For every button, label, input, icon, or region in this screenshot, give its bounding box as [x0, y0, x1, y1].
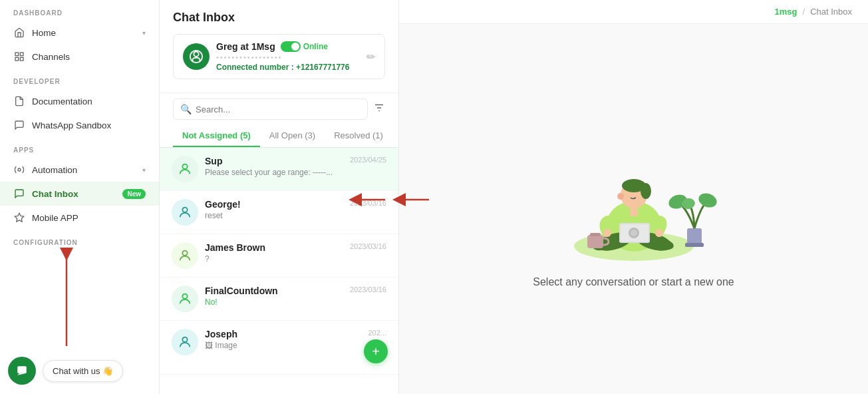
sidebar-item-chat-inbox[interactable]: Chat Inbox New: [0, 182, 159, 206]
svg-point-33: [655, 229, 663, 237]
conv-avatar-sup: [172, 156, 198, 182]
chevron-icon: ▾: [142, 166, 146, 174]
conv-right-final: 2023/03/16: [350, 286, 386, 294]
section-label-apps: APPS: [0, 137, 159, 158]
sidebar-item-label: Channels: [32, 52, 146, 62]
svg-rect-40: [590, 233, 601, 236]
conv-body-final: FinalCountdown No!: [205, 286, 343, 307]
conv-body-sup: Sup Please select your age range: -----.…: [205, 156, 343, 177]
sidebar-item-channels[interactable]: Channels: [0, 45, 159, 69]
sidebar-item-automation[interactable]: Automation ▾: [0, 158, 159, 182]
svg-point-7: [194, 52, 198, 57]
main-header: 1msg / Chat Inbox: [399, 0, 868, 24]
svg-point-12: [182, 164, 187, 169]
agent-connected-number: Connected number : +12167771776: [216, 63, 360, 72]
svg-rect-1: [20, 53, 23, 56]
agent-card: Greg at 1Msg Online ••••••••••••••••• Co…: [173, 34, 385, 79]
conversation-list: Sup Please select your age range: -----.…: [160, 148, 398, 394]
svg-point-32: [603, 229, 611, 237]
agent-number-masked: •••••••••••••••••: [216, 53, 360, 61]
tab-resolved[interactable]: Resolved (1): [325, 125, 392, 147]
conv-avatar-joseph: [172, 329, 198, 355]
chat-with-us-text: Chat with us 👋: [53, 366, 113, 376]
conv-preview-james: ?: [205, 254, 343, 264]
empty-state-illustration: [547, 130, 720, 263]
doc-icon: [13, 95, 25, 107]
svg-rect-35: [685, 243, 704, 247]
empty-state-text: Select any conversation or start a new o…: [533, 276, 734, 288]
new-badge: New: [122, 189, 146, 199]
panel-title: Chat Inbox: [173, 11, 385, 25]
edit-icon[interactable]: ✏: [366, 51, 375, 63]
conv-date-sup: 2023/04/25: [350, 156, 386, 164]
section-label-config: CONFIGURATION: [0, 230, 159, 250]
chevron-icon: ▾: [142, 29, 146, 37]
chat-with-us-pill[interactable]: Chat with us 👋: [43, 360, 123, 382]
search-input[interactable]: [196, 104, 361, 114]
svg-point-30: [617, 193, 624, 200]
online-status-text: Online: [303, 42, 328, 51]
mobile-icon: [13, 212, 25, 224]
tab-not-assigned[interactable]: Not Assigned (5): [173, 125, 260, 147]
svg-rect-6: [17, 366, 27, 373]
sidebar-item-documentation[interactable]: Documentation: [0, 89, 159, 113]
agent-info: Greg at 1Msg Online ••••••••••••••••• Co…: [216, 41, 360, 72]
new-conversation-button[interactable]: +: [364, 339, 388, 363]
breadcrumb-link[interactable]: 1msg: [775, 7, 797, 17]
conv-preview-final: No!: [205, 297, 343, 307]
conv-date-joseph: 202...: [368, 329, 386, 337]
conv-preview-sup: Please select your age range: -----...: [205, 168, 343, 177]
svg-marker-5: [15, 213, 23, 222]
svg-rect-3: [15, 57, 19, 61]
conv-body-joseph: Joseph 🖼 Image: [205, 329, 361, 350]
sidebar-item-label: Mobile APP: [32, 213, 146, 223]
svg-rect-2: [20, 57, 23, 61]
svg-point-37: [696, 191, 718, 210]
main-content: Select any conversation or start a new o…: [399, 24, 868, 394]
agent-avatar: [183, 43, 210, 70]
section-label-dashboard: DASHBOARD: [0, 0, 159, 21]
online-toggle: Online: [281, 41, 328, 52]
filter-icon[interactable]: [373, 102, 385, 117]
conv-body-george: George! reset: [205, 199, 343, 220]
sidebar-section-config: CONFIGURATION: [0, 230, 159, 250]
conv-right-james: 2023/03/16: [350, 242, 386, 250]
toggle-switch[interactable]: [281, 41, 301, 52]
conv-date-final: 2023/03/16: [350, 286, 386, 294]
tabs-row: Not Assigned (5) All Open (3) Resolved (…: [160, 120, 398, 148]
sidebar-item-home[interactable]: Home ▾: [0, 21, 159, 45]
conversation-item-final-countdown[interactable]: FinalCountdown No! 2023/03/16: [160, 278, 398, 321]
home-icon: [13, 27, 25, 39]
search-input-wrap: 🔍: [173, 98, 368, 120]
chat-inbox-icon: [13, 188, 25, 200]
sidebar-section-developer: DEVELOPER Documentation WhatsApp Sandbox: [0, 69, 159, 137]
breadcrumb-current: Chat Inbox: [810, 7, 852, 17]
sidebar-section-apps: APPS Automation ▾ Chat Inbox New Mobile …: [0, 137, 159, 230]
conv-preview-george: reset: [205, 211, 343, 220]
sidebar: DASHBOARD Home ▾ Channels DEVELOPER Docu…: [0, 0, 160, 394]
chat-widget-button[interactable]: [8, 357, 36, 385]
conv-body-james: James Brown ?: [205, 242, 343, 264]
conv-name-final: FinalCountdown: [205, 286, 343, 296]
conversation-item-george[interactable]: George! reset 2023/03/16: [160, 191, 398, 234]
tab-all-open[interactable]: All Open (3): [260, 125, 325, 147]
sidebar-item-mobile-app[interactable]: Mobile APP: [0, 206, 159, 230]
channels-icon: [13, 51, 25, 63]
conversation-item-sup[interactable]: Sup Please select your age range: -----.…: [160, 148, 398, 191]
svg-point-13: [182, 208, 187, 212]
conv-right-sup: 2023/04/25: [350, 156, 386, 164]
conversation-item-james-brown[interactable]: James Brown ? 2023/03/16: [160, 234, 398, 278]
whatsapp-icon: [13, 119, 25, 131]
conv-right-george: 2023/03/16: [350, 199, 386, 207]
search-row: 🔍: [160, 93, 398, 120]
search-icon: 🔍: [180, 104, 192, 114]
sidebar-section-dashboard: DASHBOARD Home ▾ Channels: [0, 0, 159, 69]
sidebar-item-label: Automation: [32, 165, 136, 175]
breadcrumb-separator: /: [803, 7, 805, 17]
conv-name-joseph: Joseph: [205, 329, 361, 339]
conv-name-james: James Brown: [205, 242, 343, 253]
sidebar-item-whatsapp-sandbox[interactable]: WhatsApp Sandbox: [0, 113, 159, 137]
main-area: 1msg / Chat Inbox: [399, 0, 868, 394]
conv-avatar-george: [172, 199, 198, 226]
conversation-item-joseph[interactable]: Joseph 🖼 Image 202... +: [160, 321, 398, 375]
